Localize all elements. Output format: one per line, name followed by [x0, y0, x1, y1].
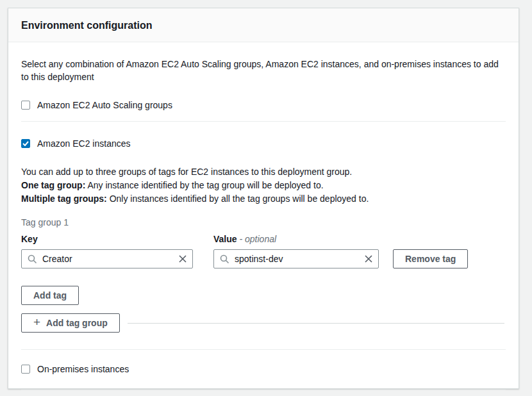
value-search-box [213, 249, 379, 268]
remove-tag-button[interactable]: Remove tag [393, 249, 468, 268]
tag-help-line-3-rest: Only instances identified by all the tag… [107, 194, 369, 204]
add-tag-group-button[interactable]: +Add tag group [21, 313, 120, 333]
tag-help-line-2-bold: One tag group: [21, 180, 85, 190]
plus-icon: + [33, 315, 40, 329]
checkbox-row-ec2-instances[interactable]: Amazon EC2 instances [21, 138, 506, 149]
environment-configuration-panel: Environment configuration Select any com… [8, 8, 519, 389]
panel-header: Environment configuration [8, 8, 519, 42]
key-label: Key [21, 234, 193, 244]
horizontal-rule [128, 323, 504, 324]
search-icon [28, 254, 37, 264]
auto-scaling-groups-label: Amazon EC2 Auto Scaling groups [37, 100, 172, 110]
tag-form-row: Key Value - optional [21, 234, 506, 268]
add-tag-group-row: +Add tag group [21, 313, 506, 333]
panel-title: Environment configuration [21, 20, 506, 31]
clear-value-icon[interactable] [364, 254, 373, 263]
on-premises-label: On-premises instances [37, 364, 129, 374]
ec2-instances-checkbox[interactable] [21, 139, 30, 148]
panel-body: Select any combination of Amazon EC2 Aut… [8, 58, 519, 390]
tag-help-line-2: One tag group: Any instance identified b… [21, 179, 506, 192]
key-field-column: Key [21, 234, 193, 268]
key-input[interactable] [42, 254, 178, 264]
value-input[interactable] [235, 254, 364, 264]
tag-help-line-2-rest: Any instance identified by the tag group… [85, 180, 323, 190]
section-divider [21, 390, 506, 390]
add-tag-group-label: Add tag group [46, 318, 108, 328]
on-premises-checkbox[interactable] [21, 365, 30, 374]
value-label-optional: - optional [239, 234, 276, 244]
add-tag-button[interactable]: Add tag [21, 286, 79, 305]
checkbox-row-auto-scaling-groups[interactable]: Amazon EC2 Auto Scaling groups [21, 100, 506, 110]
checkmark-icon [22, 141, 29, 146]
panel-description: Select any combination of Amazon EC2 Aut… [21, 58, 506, 83]
tag-help-line-3-bold: Multiple tag groups: [21, 194, 107, 204]
section-divider [21, 349, 506, 350]
remove-tag-column: Remove tag [393, 249, 468, 268]
section-divider [21, 121, 506, 122]
tag-group-title: Tag group 1 [21, 217, 506, 227]
clear-key-icon[interactable] [178, 254, 187, 263]
search-icon [220, 254, 229, 264]
tag-help-line-3: Multiple tag groups: Only instances iden… [21, 192, 506, 206]
value-label-text: Value [213, 234, 239, 244]
tag-help-line-1: You can add up to three groups of tags f… [21, 165, 506, 179]
tag-group-help-text: You can add up to three groups of tags f… [21, 165, 506, 206]
value-label: Value - optional [213, 234, 379, 244]
key-search-box [21, 249, 193, 268]
ec2-instances-label: Amazon EC2 instances [37, 138, 131, 149]
checkbox-row-on-premises[interactable]: On-premises instances [21, 364, 506, 374]
value-field-column: Value - optional [213, 234, 379, 268]
auto-scaling-groups-checkbox[interactable] [21, 101, 30, 110]
